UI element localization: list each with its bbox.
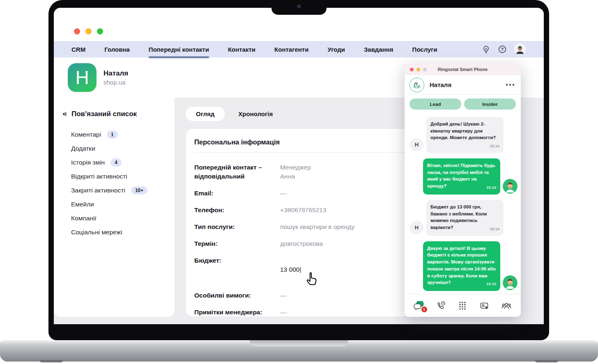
chat-icon[interactable]: 1 (412, 299, 426, 313)
more-options-icon[interactable] (506, 84, 515, 86)
maximize-button[interactable] (97, 28, 103, 34)
field-label: Примітки менеджера: (194, 308, 280, 317)
widget-minimize-button[interactable] (416, 68, 420, 71)
nav-item-uhody[interactable]: Угоди (327, 41, 345, 57)
message-bubble: Вітаю, звісно! Підкажіть будь ласка, чи … (423, 158, 500, 195)
message-text: Вітаю, звісно! Підкажіть будь ласка, чи … (427, 163, 495, 188)
tag-lead[interactable]: Lead (409, 98, 461, 110)
chat-message-sent: Дякую за деталі! В цьому бюджеті є кільк… (410, 241, 518, 291)
minimize-button[interactable] (85, 28, 92, 34)
tab-chronology[interactable]: Хронологія (228, 107, 283, 121)
sidebar-item-social-networks[interactable]: Соціальні мережі (71, 228, 175, 236)
nav-item-zavdannia[interactable]: Завдання (364, 41, 393, 57)
message-bubble: Дякую за деталі! В цьому бюджеті є кільк… (423, 241, 500, 291)
tag-row: Lead Insider (405, 95, 521, 114)
field-label: Тип послуги: (194, 222, 280, 231)
count-badge: 10+ (131, 186, 147, 195)
screen-share-icon[interactable] (478, 299, 492, 313)
sidebar-item-companies[interactable]: Компанії (71, 214, 175, 222)
chat-message-received: H Добрий день! Шукаю 2-кімнатну квартиру… (410, 117, 518, 153)
message-bubble: Бюджет до 13 000 грн, бажано з меблями. … (426, 200, 504, 236)
sidebar-item-label: Соціальні мережі (71, 229, 122, 236)
widget-toolbar: 1 (405, 294, 521, 317)
agent-avatar (503, 179, 518, 194)
message-time: 15:14 (490, 227, 499, 232)
svg-text:?: ? (501, 47, 504, 52)
sidebar-item-open-activities[interactable]: Відкриті активності (71, 172, 175, 181)
collapse-sidebar-icon[interactable] (61, 111, 67, 117)
widget-titlebar: Ringostat Smart Phone (405, 64, 521, 75)
sidebar-item-label: Компанії (71, 215, 97, 222)
message-text: Дякую за деталі! В цьому бюджеті є кільк… (427, 246, 496, 285)
message-bubble: Добрий день! Шукаю 2-кімнатну квартиру д… (426, 117, 504, 153)
widget-close-button[interactable] (410, 68, 414, 71)
sidebar-item-change-history[interactable]: Історія змін 4 (71, 158, 175, 167)
mascot-avatar (409, 78, 424, 92)
call-history-icon[interactable] (434, 299, 448, 313)
sidebar-item-label: Відкриті активності (71, 173, 127, 180)
text-cursor: | (299, 266, 301, 273)
field-label: Телефон: (194, 206, 280, 215)
sidebar-title: Пов'язаний список (61, 110, 175, 118)
sidebar-title-label: Пов'язаний список (71, 110, 137, 118)
laptop-notch (271, 0, 327, 15)
message-time: 15:14 (490, 144, 499, 149)
contact-name: Наталя (104, 69, 128, 78)
dialpad-icon[interactable] (455, 299, 469, 313)
customer-avatar: H (410, 138, 423, 151)
message-time: 15:15 (486, 282, 496, 287)
chat-message-received: H Бюджет до 13 000 грн, бажано з меблями… (410, 200, 518, 236)
sidebar-item-label: Історія змін (71, 159, 105, 166)
chat-thread[interactable]: H Добрий день! Шукаю 2-кімнатну квартиру… (405, 114, 521, 294)
widget-maximize-button[interactable] (423, 68, 427, 71)
laptop-foot (39, 360, 63, 362)
close-button[interactable] (74, 28, 80, 34)
sidebar-item-emails[interactable]: Емейли (71, 200, 175, 208)
field-label: Бюджет: (194, 256, 280, 283)
sidebar-item-comments[interactable]: Коментарі 1 (71, 130, 175, 139)
crm-navbar: CRM Головна Попередні контакти Контакти … (54, 41, 544, 57)
sidebar-item-label: Закриті активності (71, 187, 125, 194)
field-label: Особилві вимоги: (194, 291, 280, 300)
widget-contact-name: Наталя (430, 81, 451, 88)
webcam (297, 5, 301, 8)
window-controls (74, 28, 103, 34)
hand-cursor-icon (303, 262, 319, 289)
sidebar-item-label: Додатки (71, 145, 95, 152)
chat-message-sent: Вітаю, звісно! Підкажіть будь ласка, чи … (410, 158, 518, 195)
nav-item-kontahenty[interactable]: Контагенти (274, 41, 308, 57)
nav-item-kontakty[interactable]: Контакти (228, 41, 255, 57)
laptop-base (0, 340, 598, 362)
message-text: Бюджет до 13 000 грн, бажано з меблями. … (430, 204, 487, 230)
nav-item-posluhy[interactable]: Послуги (412, 41, 437, 57)
notification-badge: 1 (421, 307, 427, 312)
sidebar-item-attachments[interactable]: Додатки (71, 144, 175, 153)
nav-item-holovna[interactable]: Головна (104, 41, 130, 57)
count-badge: 1 (107, 130, 118, 139)
customer-avatar: H (410, 221, 423, 234)
nav-item-poperedni-kontakty[interactable]: Попередні контакти (149, 41, 209, 57)
contacts-icon[interactable] (499, 299, 513, 313)
tab-overview[interactable]: Огляд (186, 107, 225, 121)
laptop-lid-groove (250, 340, 348, 346)
help-icon[interactable]: ? (498, 45, 507, 54)
field-label: Термін: (194, 239, 280, 248)
tag-insider[interactable]: Insider (464, 98, 516, 110)
field-label: Email: (194, 189, 280, 198)
laptop-screen: CRM Головна Попередні контакти Контакти … (48, 0, 549, 340)
nav-item-crm[interactable]: CRM (71, 41, 85, 57)
ringostat-widget: Ringostat Smart Phone Наталя Lead Inside… (405, 64, 521, 317)
sidebar-item-label: Емейли (71, 201, 94, 208)
user-avatar[interactable] (514, 43, 526, 55)
lightbulb-icon[interactable] (482, 45, 490, 54)
sidebar-item-closed-activities[interactable]: Закриті активності 10+ (71, 186, 175, 195)
sidebar-item-label: Коментарі (71, 131, 101, 138)
message-text: Добрий день! Шукаю 2-кімнатну квартиру д… (430, 121, 496, 140)
widget-contact-row: Наталя (405, 75, 521, 95)
field-label: Попередній контакт – відповідальний (194, 163, 280, 181)
related-list-sidebar: Пов'язаний список Коментарі 1 Додатки Іс… (54, 98, 175, 317)
contact-avatar: H (68, 63, 97, 92)
budget-value: 13 000 (280, 266, 299, 273)
laptop-foot (535, 360, 559, 362)
agent-avatar (503, 275, 518, 290)
